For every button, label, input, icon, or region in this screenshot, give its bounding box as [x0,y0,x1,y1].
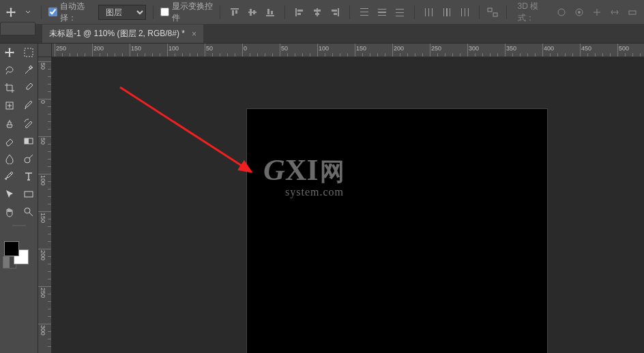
pen-tool-icon[interactable] [0,168,19,185]
pan-icon[interactable] [589,5,604,20]
layer-select[interactable]: 图层 [98,5,146,20]
svg-rect-41 [629,11,636,14]
clone-stamp-tool-icon[interactable] [0,114,19,132]
align-top-icon[interactable] [227,5,242,20]
svg-rect-16 [332,10,337,12]
marquee-tool-icon[interactable] [19,44,38,61]
mode3d-label: 3D 模式： [518,1,551,24]
move-tool-indicator-icon [4,5,17,20]
distribute-left-icon[interactable] [422,5,437,20]
tab-title: 未标题-1 @ 110% (图层 2, RGB/8#) * [49,28,185,40]
svg-rect-8 [271,11,273,14]
ruler-label: 150 [356,45,366,52]
ruler-label: 100 [319,45,329,52]
scale-icon[interactable] [625,5,640,20]
move-tool-icon[interactable] [0,44,19,61]
ruler-label: 50 [281,45,288,52]
svg-rect-10 [297,10,303,12]
canvas-viewport[interactable]: GXI网 system.com [52,57,644,353]
ruler-label: 150 [40,213,46,223]
rectangle-tool-icon[interactable] [19,185,38,203]
svg-rect-36 [488,8,492,12]
ruler-label: 400 [544,45,554,52]
document-canvas[interactable] [247,109,547,353]
eraser-tool-icon[interactable] [0,132,19,150]
svg-rect-28 [428,8,429,16]
ruler-label: 300 [40,325,46,335]
svg-rect-35 [468,8,469,16]
lasso-tool-icon[interactable] [0,61,19,79]
distribute-bottom-icon[interactable] [392,5,407,20]
align-group-vertical [227,5,278,20]
svg-rect-47 [25,191,33,197]
separator [220,5,220,19]
brush-tool-icon[interactable] [19,97,38,114]
mode3d-group [554,5,640,20]
svg-rect-3 [248,12,257,13]
ruler-label: 250 [431,45,441,52]
align-right-icon[interactable] [327,5,342,20]
foreground-swatch[interactable] [4,241,19,256]
magic-wand-tool-icon[interactable] [19,61,38,79]
show-transform-checkbox[interactable]: 显示变换控件 [160,1,213,24]
panel-handle[interactable] [0,22,35,35]
auto-select-checkbox[interactable]: 自动选择： [48,1,94,24]
ruler-label: 250 [56,45,66,52]
ruler-label: 100 [40,175,46,185]
svg-rect-24 [396,9,404,10]
eyedropper-tool-icon[interactable] [19,79,38,97]
distribute-h-group [422,5,472,20]
blur-tool-icon[interactable] [0,150,19,168]
svg-rect-25 [396,12,404,13]
orbit-icon[interactable] [554,5,569,20]
distribute-top-icon[interactable] [357,5,372,20]
separator [41,5,42,19]
history-brush-tool-icon[interactable] [19,114,38,132]
svg-rect-29 [432,8,433,16]
type-tool-icon[interactable] [19,168,38,185]
ruler-label: 200 [40,250,46,260]
healing-brush-tool-icon[interactable] [0,97,19,114]
align-group-horizontal [292,5,342,20]
ruler-label: 0 [244,45,247,52]
svg-rect-33 [461,8,462,16]
svg-line-49 [120,87,251,172]
gradient-tool-icon[interactable] [19,132,38,150]
svg-rect-15 [338,8,339,16]
hand-tool-icon[interactable] [0,203,19,221]
align-vcenter-icon[interactable] [245,5,260,20]
close-icon[interactable]: × [192,29,196,39]
ruler-label: 250 [40,288,46,298]
svg-rect-37 [493,13,497,16]
auto-align-icon[interactable] [486,5,499,20]
distribute-group [357,5,407,20]
distribute-hcenter-icon[interactable] [439,5,454,20]
ruler-label: 50 [206,45,213,52]
svg-rect-7 [267,9,269,14]
ruler-label: 0 [40,100,46,104]
slide-icon[interactable] [607,5,622,20]
dodge-tool-icon[interactable] [19,150,38,168]
align-bottom-icon[interactable] [263,5,278,20]
ruler-origin-corner[interactable] [38,44,52,57]
svg-rect-27 [425,8,426,16]
svg-rect-17 [334,13,337,15]
path-select-tool-icon[interactable] [0,185,19,203]
svg-rect-4 [250,9,252,16]
distribute-right-icon[interactable] [457,5,472,20]
align-hcenter-icon[interactable] [310,5,325,20]
svg-point-48 [25,208,30,213]
roll-icon[interactable] [572,5,587,20]
svg-rect-18 [360,8,368,9]
svg-rect-19 [360,12,368,12]
color-swatches[interactable] [0,239,38,270]
align-left-icon[interactable] [292,5,307,20]
svg-rect-20 [360,15,368,16]
crop-tool-icon[interactable] [0,79,19,97]
distribute-vcenter-icon[interactable] [375,5,390,20]
document-tab[interactable]: 未标题-1 @ 110% (图层 2, RGB/8#) * × [42,25,203,43]
svg-point-38 [558,9,565,16]
svg-rect-26 [396,16,404,16]
zoom-tool-icon[interactable] [19,203,38,221]
chevron-down-icon[interactable] [21,5,34,20]
